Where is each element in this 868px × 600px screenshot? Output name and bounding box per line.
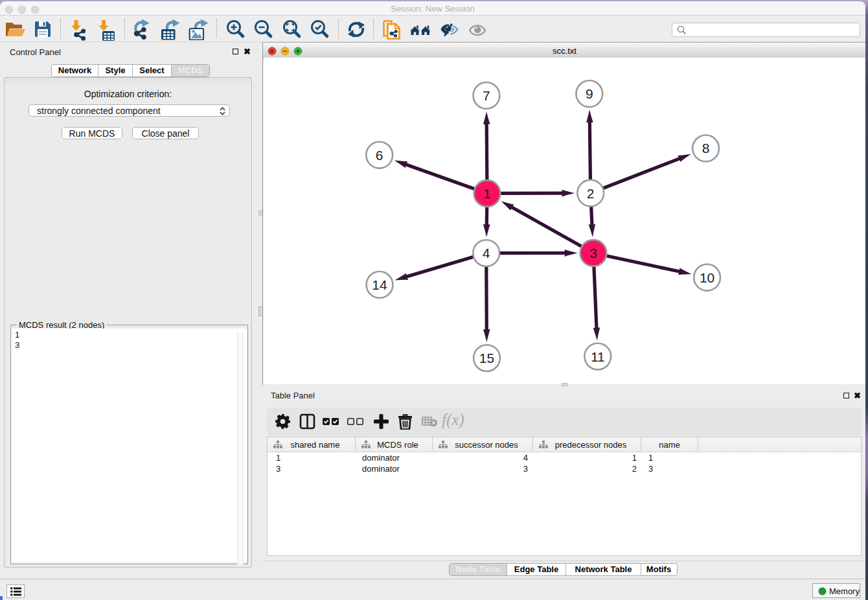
svg-text:9: 9 (586, 86, 593, 101)
svg-text:14: 14 (372, 277, 387, 292)
svg-text:11: 11 (591, 349, 605, 364)
svg-text:1: 1 (483, 186, 491, 201)
svg-text:15: 15 (479, 351, 494, 365)
svg-text:4: 4 (483, 246, 490, 260)
svg-text:6: 6 (376, 148, 383, 163)
svg-text:3: 3 (589, 246, 597, 260)
svg-text:8: 8 (702, 141, 710, 156)
svg-text:2: 2 (587, 186, 595, 201)
svg-text:10: 10 (700, 270, 714, 285)
svg-text:7: 7 (483, 88, 490, 103)
